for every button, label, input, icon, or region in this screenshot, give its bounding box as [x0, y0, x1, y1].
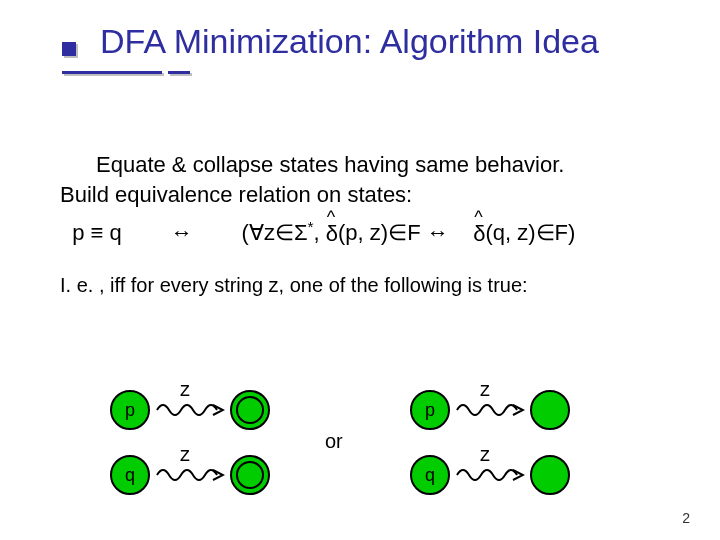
z-label: z — [480, 443, 490, 466]
eq-q-part: (q, z)∈F) — [485, 221, 575, 246]
body-line-2: Build equivalence relation on states: — [60, 180, 675, 210]
eq-p-part: (p, z)∈F — [338, 221, 427, 246]
page-number: 2 — [682, 510, 690, 526]
state-p-right: p — [410, 390, 450, 430]
body-line-1: Equate & collapse states having same beh… — [60, 150, 675, 180]
equivalence-definition: p ≡ q ↔ (∀z∈Σ*, δ(p, z)∈F ↔ δ(q, z)∈F) — [60, 217, 675, 248]
eq-iff-2: ↔ — [427, 221, 449, 246]
nonaccept-state-right-top — [530, 390, 570, 430]
eq-comma: , — [314, 221, 326, 246]
squiggle-arrow-icon — [155, 465, 225, 485]
state-q-right: q — [410, 455, 450, 495]
slide: DFA Minimization: Algorithm Idea Equate … — [0, 0, 720, 540]
state-q-left: q — [110, 455, 150, 495]
eq-forall: (∀z∈Σ — [242, 221, 308, 246]
delta-hat-icon: δ — [326, 219, 338, 249]
body-text: Equate & collapse states having same beh… — [60, 150, 675, 299]
eq-iff: ↔ — [171, 221, 193, 246]
title-bullet-icon — [62, 42, 76, 56]
z-label: z — [180, 378, 190, 401]
z-label: z — [480, 378, 490, 401]
ie-line: I. e. , iff for every string z, one of t… — [60, 272, 675, 299]
squiggle-arrow-icon — [155, 400, 225, 420]
accept-state-left-top — [230, 390, 270, 430]
eq-lhs: p ≡ q — [72, 221, 122, 246]
squiggle-arrow-icon — [455, 400, 525, 420]
or-label: or — [325, 430, 343, 453]
slide-title: DFA Minimization: Algorithm Idea — [100, 22, 599, 61]
title-underline-icon — [62, 71, 162, 74]
nonaccept-state-right-bottom — [530, 455, 570, 495]
state-diagram: p z q z or p z q z — [80, 390, 640, 520]
squiggle-arrow-icon — [455, 465, 525, 485]
state-p-left: p — [110, 390, 150, 430]
delta-hat-icon: δ — [473, 219, 485, 249]
z-label: z — [180, 443, 190, 466]
title-underline-icon — [168, 71, 190, 74]
accept-state-left-bottom — [230, 455, 270, 495]
